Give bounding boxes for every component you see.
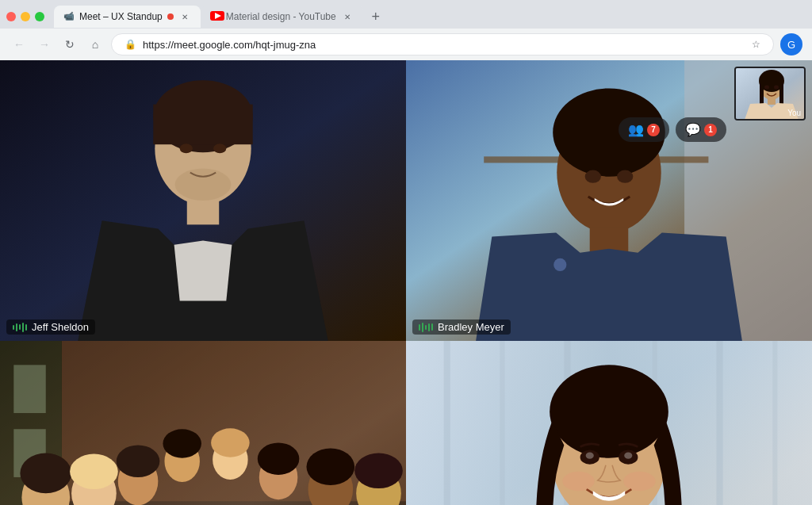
maximize-window-btn[interactable] <box>35 12 44 21</box>
svg-point-45 <box>306 449 354 486</box>
jeff-name-badge: Jeff Sheldon <box>6 319 95 335</box>
meet-app: Jeff Sheldon <box>0 60 812 505</box>
meet-overlay-buttons: 👥 7 💬 1 <box>619 117 726 142</box>
window-controls <box>6 12 44 21</box>
people-button[interactable]: 👥 7 <box>619 117 669 142</box>
minimize-window-btn[interactable] <box>21 12 30 21</box>
tab-meet-title: Meet – UX Standup <box>79 11 163 22</box>
meet-favicon: 📹 <box>63 11 75 22</box>
reload-button[interactable]: ↻ <box>60 35 79 54</box>
group-video <box>0 341 406 505</box>
tab-youtube-title: Material design - YouTube <box>226 11 336 22</box>
chat-icon: 💬 <box>685 122 701 137</box>
woman-video <box>406 341 812 505</box>
address-bar-row: ← → ↻ ⌂ 🔒 https://meet.google.com/hqt-jm… <box>0 29 812 60</box>
video-tile-woman <box>406 341 812 505</box>
svg-point-47 <box>354 453 403 489</box>
svg-point-33 <box>20 453 71 494</box>
back-button[interactable]: ← <box>10 35 29 54</box>
svg-rect-58 <box>772 341 777 505</box>
svg-rect-28 <box>13 365 45 413</box>
jeff-name-text: Jeff Sheldon <box>32 321 89 333</box>
chat-button[interactable]: 💬 1 <box>676 117 726 142</box>
tab-youtube-close[interactable]: ✕ <box>341 10 354 23</box>
svg-point-7 <box>213 143 226 153</box>
chat-count-badge: 1 <box>704 124 717 136</box>
address-bar[interactable]: 🔒 https://meet.google.com/hqt-jmug-zna ☆ <box>111 33 774 55</box>
video-tile-jeff: Jeff Sheldon <box>0 60 406 341</box>
bradley-name-text: Bradley Meyer <box>438 321 504 333</box>
recording-indicator <box>167 13 174 20</box>
svg-point-24 <box>764 86 769 90</box>
svg-rect-53 <box>444 341 450 505</box>
lock-icon: 🔒 <box>124 39 136 50</box>
svg-point-15 <box>585 170 601 183</box>
forward-button[interactable]: → <box>35 35 54 54</box>
svg-point-65 <box>624 453 632 459</box>
svg-point-64 <box>586 453 594 459</box>
svg-rect-23 <box>768 98 776 105</box>
tabs-container: 📹 Meet – UX Standup ✕ Material design - … <box>54 6 806 28</box>
video-tile-bradley: Bradley Meyer <box>406 60 812 341</box>
svg-point-16 <box>617 170 633 183</box>
browser-chrome: 📹 Meet – UX Standup ✕ Material design - … <box>0 0 812 60</box>
profile-button[interactable]: G <box>780 33 802 55</box>
title-bar: 📹 Meet – UX Standup ✕ Material design - … <box>0 0 812 29</box>
jeff-mic-icon <box>13 323 27 332</box>
bradley-mic-icon <box>419 323 433 332</box>
people-icon: 👥 <box>628 122 644 137</box>
svg-point-37 <box>117 445 160 476</box>
people-count-badge: 7 <box>647 124 660 136</box>
tab-youtube[interactable]: Material design - YouTube ✕ <box>201 6 363 28</box>
svg-point-43 <box>258 442 300 474</box>
svg-rect-57 <box>717 341 723 505</box>
home-button[interactable]: ⌂ <box>86 35 105 54</box>
svg-point-41 <box>211 428 250 457</box>
svg-point-35 <box>70 454 118 490</box>
tab-meet-close[interactable]: ✕ <box>178 10 191 23</box>
svg-point-39 <box>163 429 201 457</box>
video-tile-group <box>0 341 406 505</box>
jeff-video <box>0 60 406 341</box>
youtube-favicon <box>210 11 221 22</box>
svg-point-6 <box>180 143 193 153</box>
svg-point-66 <box>562 472 594 491</box>
svg-point-8 <box>175 169 232 201</box>
bookmark-icon: ☆ <box>752 39 760 50</box>
close-window-btn[interactable] <box>6 12 16 21</box>
svg-point-61 <box>550 365 668 457</box>
url-text: https://meet.google.com/hqt-jmug-zna <box>143 39 745 51</box>
svg-point-25 <box>774 86 779 90</box>
svg-rect-5 <box>187 201 219 224</box>
self-view-label-text: You <box>787 109 801 117</box>
svg-rect-54 <box>500 341 504 505</box>
svg-rect-4 <box>153 105 252 145</box>
svg-point-17 <box>553 258 566 271</box>
new-tab-button[interactable]: + <box>366 7 385 26</box>
bradley-name-badge: Bradley Meyer <box>412 319 511 335</box>
svg-point-67 <box>623 472 655 491</box>
self-view-thumbnail: You <box>734 67 806 121</box>
tab-meet[interactable]: 📹 Meet – UX Standup ✕ <box>54 6 201 28</box>
